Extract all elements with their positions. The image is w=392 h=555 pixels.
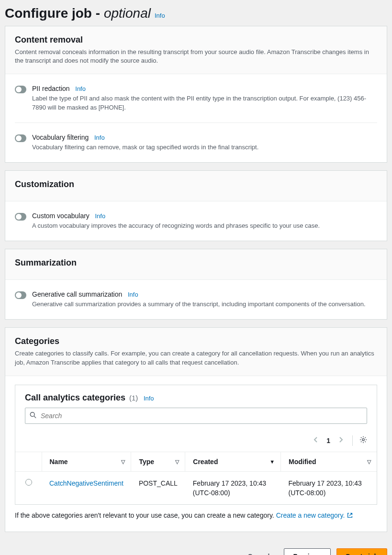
customization-title: Customization bbox=[15, 179, 377, 189]
pager-prev-icon[interactable] bbox=[311, 434, 320, 447]
col-modified[interactable]: Modified▽ bbox=[281, 452, 377, 471]
vocab-filtering-desc: Vocabulary filtering can remove, mask or… bbox=[32, 143, 377, 152]
vocab-filtering-label: Vocabulary filtering bbox=[32, 133, 89, 141]
sort-icon: ▼ bbox=[269, 459, 275, 465]
vocab-filtering-toggle[interactable] bbox=[15, 134, 26, 142]
gen-summary-toggle[interactable] bbox=[15, 291, 26, 299]
pager-next-icon[interactable] bbox=[337, 434, 346, 447]
cell-modified: February 17 2023, 10:43 (UTC-08:00) bbox=[281, 471, 377, 504]
create-category-link[interactable]: Create a new category. bbox=[276, 511, 345, 519]
content-removal-desc: Content removal conceals information in … bbox=[15, 48, 377, 65]
gen-summary-info-link[interactable]: Info bbox=[128, 291, 138, 298]
page-title: Configure job - optional Info bbox=[5, 6, 387, 21]
row-radio[interactable] bbox=[25, 479, 32, 486]
panel-summarization: Summarization Generative call summarizat… bbox=[5, 249, 387, 320]
cell-created: February 17 2023, 10:43 (UTC-08:00) bbox=[185, 471, 281, 504]
search-input[interactable] bbox=[25, 408, 367, 424]
call-analytics-title: Call analytics categories bbox=[25, 393, 125, 402]
gear-icon[interactable] bbox=[359, 436, 367, 445]
divider bbox=[352, 435, 353, 446]
panel-content-removal: Content removal Content removal conceals… bbox=[5, 26, 387, 163]
category-name-link[interactable]: CatchNegativeSentiment bbox=[49, 479, 123, 487]
gen-summary-label: Generative call summarization bbox=[32, 290, 122, 298]
pii-redaction-toggle[interactable] bbox=[15, 86, 26, 93]
vocab-filter-info-link[interactable]: Info bbox=[94, 134, 105, 141]
title-text: Configure job bbox=[5, 6, 92, 21]
svg-point-2 bbox=[362, 439, 364, 441]
divider bbox=[15, 122, 377, 123]
cancel-button[interactable]: Cancel bbox=[239, 549, 278, 555]
create-job-button[interactable]: Create job bbox=[336, 548, 387, 555]
categories-footer: If the above categories aren't relevant … bbox=[15, 511, 377, 523]
pii-info-link[interactable]: Info bbox=[75, 85, 86, 92]
custom-vocab-label: Custom vocabulary bbox=[32, 212, 90, 220]
table-row: CatchNegativeSentiment POST_CALL Februar… bbox=[15, 471, 377, 504]
categories-desc: Create categories to classify calls. For… bbox=[15, 349, 377, 366]
col-type[interactable]: Type▽ bbox=[131, 452, 185, 471]
sort-icon: ▽ bbox=[121, 458, 125, 465]
previous-button[interactable]: Previous bbox=[284, 548, 330, 555]
custom-vocab-desc: A custom vocabulary improves the accurac… bbox=[32, 222, 377, 230]
svg-line-1 bbox=[34, 416, 36, 418]
footer-buttons: Cancel Previous Create job bbox=[5, 540, 387, 555]
search-icon bbox=[30, 411, 36, 420]
col-created[interactable]: Created▼ bbox=[185, 452, 281, 471]
sort-icon: ▽ bbox=[175, 458, 179, 465]
custom-vocab-toggle[interactable] bbox=[15, 213, 26, 221]
pager-page: 1 bbox=[326, 437, 330, 444]
categories-title: Categories bbox=[15, 336, 377, 346]
cell-type: POST_CALL bbox=[131, 471, 185, 504]
call-analytics-info-link[interactable]: Info bbox=[144, 395, 154, 402]
content-removal-title: Content removal bbox=[15, 35, 377, 45]
gen-summary-desc: Generative call summarization provides a… bbox=[32, 300, 377, 309]
summarization-title: Summarization bbox=[15, 258, 377, 268]
pii-redaction-desc: Label the type of PII and also mask the … bbox=[32, 94, 377, 111]
svg-point-0 bbox=[30, 412, 34, 417]
sort-icon: ▽ bbox=[367, 458, 371, 465]
call-analytics-table-panel: Call analytics categories (1) Info 1 bbox=[15, 385, 377, 505]
categories-table: Name▽ Type▽ Created▼ Modified▽ CatchNega… bbox=[15, 452, 377, 505]
col-name[interactable]: Name▽ bbox=[42, 452, 131, 471]
col-select bbox=[15, 452, 42, 471]
panel-customization: Customization Custom vocabulary Info A c… bbox=[5, 170, 387, 241]
title-optional: optional bbox=[104, 6, 151, 21]
external-link-icon bbox=[347, 512, 353, 520]
custom-vocab-info-link[interactable]: Info bbox=[95, 212, 106, 220]
pii-redaction-label: PII redaction bbox=[32, 85, 70, 92]
page-info-link[interactable]: Info bbox=[155, 12, 165, 19]
call-analytics-count: (1) bbox=[129, 394, 138, 402]
panel-categories: Categories Create categories to classify… bbox=[5, 327, 387, 532]
